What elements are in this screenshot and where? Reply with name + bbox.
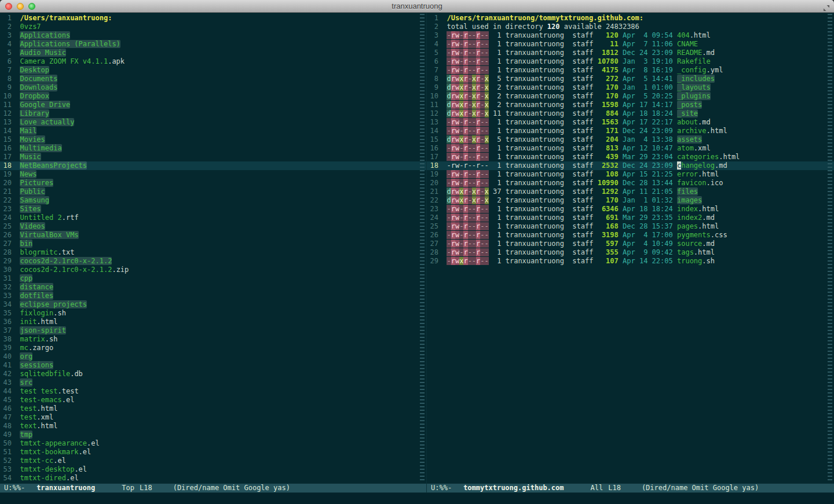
file-name[interactable]: text	[20, 422, 36, 430]
buffer-line[interactable]: 17 Music	[0, 153, 426, 161]
file-name[interactable]: pages	[677, 222, 698, 230]
directory-name[interactable]: files	[677, 187, 698, 196]
directory-name[interactable]: Videos	[20, 222, 45, 230]
scrollbar-left[interactable]	[418, 13, 426, 483]
buffer-line[interactable]: 49 tmp	[0, 431, 426, 439]
file-name[interactable]: categories	[677, 153, 719, 161]
directory-name[interactable]: Mail	[20, 127, 36, 135]
directory-name[interactable]: dotfiles	[20, 292, 53, 300]
directory-name[interactable]: assets	[677, 135, 702, 144]
buffer-line[interactable]: 11 Google Drive	[0, 101, 426, 109]
file-name[interactable]: favicon	[677, 179, 707, 187]
buffer-line[interactable]: 8 drwxr-xr-x 5 tranxuantruong staff 272 …	[427, 75, 834, 83]
buffer-line[interactable]: 43 src	[0, 378, 426, 387]
buffer-line[interactable]: 47 test.xml	[0, 413, 426, 422]
directory-name[interactable]: _posts	[677, 101, 702, 109]
buffer-line[interactable]: 19 -rw-r--r-- 1 tranxuantruong staff 108…	[427, 170, 834, 179]
buffer-line[interactable]: 13 -rw-r--r-- 1 tranxuantruong staff 156…	[427, 118, 834, 127]
buffer-line[interactable]: 4 -rw-r--r-- 1 tranxuantruong staff 11 A…	[427, 40, 834, 49]
directory-name[interactable]: sessions	[20, 361, 53, 369]
buffer-line[interactable]: 16 Multimedia	[0, 144, 426, 153]
directory-name[interactable]: tmp	[20, 431, 32, 439]
modeline-major-modes[interactable]: (Dired/name Omit Google yas)	[642, 484, 759, 492]
file-name[interactable]: test test	[20, 387, 57, 395]
buffer-line[interactable]: 18 NetBeansProjects	[0, 161, 426, 170]
directory-name[interactable]: src	[20, 378, 32, 387]
buffer-line[interactable]: 22 Samsung	[0, 196, 426, 205]
file-name[interactable]: Rakefile	[677, 57, 711, 65]
buffer-line[interactable]: 31 cpp	[0, 274, 426, 283]
buffer-line[interactable]: 38 matrix.sh	[0, 335, 426, 344]
directory-name[interactable]: Sites	[20, 205, 41, 213]
directory-name[interactable]: _plugins	[677, 92, 711, 100]
modeline-buffer-name[interactable]: tommytxtruong.github.com	[463, 484, 564, 492]
close-button[interactable]	[5, 3, 12, 10]
file-name[interactable]: README	[677, 49, 702, 57]
file-name[interactable]: matrix	[20, 335, 45, 343]
directory-name[interactable]: org	[20, 352, 32, 360]
file-name[interactable]: fixlogin	[20, 309, 53, 317]
buffer-line[interactable]: 46 test.html	[0, 404, 426, 413]
buffer-line[interactable]: 42 sqlitedbfile.db	[0, 370, 426, 378]
directory-name[interactable]: Music	[20, 153, 41, 161]
buffer-line[interactable]: 2 0vzs7	[0, 23, 426, 31]
scrollbar-right[interactable]	[826, 13, 834, 483]
buffer-line[interactable]: 6 -rw-r--r-- 1 tranxuantruong staff 1078…	[427, 57, 834, 66]
directory-name[interactable]: cpp	[20, 274, 32, 282]
directory-name[interactable]: distance	[20, 283, 53, 291]
directory-name[interactable]: json-spirit	[20, 326, 65, 334]
buffer-line[interactable]: 33 dotfiles	[0, 292, 426, 300]
buffer-line[interactable]: 54 tmtxt-dired.el	[0, 474, 426, 483]
buffer-line[interactable]: 23 Sites	[0, 205, 426, 214]
zoom-button[interactable]	[28, 3, 35, 10]
directory-name[interactable]: Library	[20, 109, 49, 117]
buffer-line[interactable]: 7 -rw-r--r-- 1 tranxuantruong staff 4175…	[427, 66, 834, 75]
directory-name[interactable]: eclipse projects	[20, 300, 87, 308]
directory-name[interactable]: bin	[20, 240, 32, 248]
buffer-line[interactable]: 21 Public	[0, 187, 426, 196]
buffer-line[interactable]: 52 tmtxt-cc.el	[0, 457, 426, 465]
file-name[interactable]: tags	[677, 248, 694, 256]
file-name[interactable]: error	[677, 170, 698, 178]
dired-buffer-home[interactable]: 1 /Users/tranxuantruong:2 0vzs73 Applica…	[0, 13, 426, 483]
directory-name[interactable]: images	[677, 196, 702, 204]
directory-name[interactable]: Movies	[20, 135, 45, 144]
file-name[interactable]: tmtxt-cc	[20, 457, 53, 465]
buffer-line[interactable]: 9 Downloads	[0, 83, 426, 92]
buffer-line[interactable]: 3 -rw-r--r-- 1 tranxuantruong staff 120 …	[427, 31, 834, 40]
directory-name[interactable]: NetBeansProjects	[20, 161, 87, 170]
directory-name[interactable]: Public	[20, 187, 45, 196]
buffer-line[interactable]: 29 cocos2d-2.1rc0-x-2.1.2	[0, 257, 426, 266]
buffer-line[interactable]: 50 tmtxt-appearance.el	[0, 439, 426, 448]
buffer-line[interactable]: 48 text.html	[0, 422, 426, 431]
buffer-line[interactable]: 26 -rw-r--r-- 1 tranxuantruong staff 319…	[427, 231, 834, 240]
buffer-line[interactable]: 6 Camera ZOOM FX v4.1.1.apk	[0, 57, 426, 66]
file-name[interactable]: tmtxt-desktop	[20, 465, 74, 473]
file-name[interactable]: _config	[677, 66, 707, 74]
directory-name[interactable]: Audio Music	[20, 49, 65, 57]
buffer-line[interactable]: 1 /Users/tranxuantruong:	[0, 14, 426, 23]
buffer-line[interactable]: 20 -rw-r--r-- 1 tranxuantruong staff 109…	[427, 179, 834, 187]
directory-name[interactable]: Google Drive	[20, 101, 70, 109]
buffer-line[interactable]: 32 distance	[0, 283, 426, 292]
directory-name[interactable]: Applications (Parallels)	[20, 40, 120, 48]
buffer-line[interactable]: 34 eclipse projects	[0, 300, 426, 309]
buffer-line[interactable]: 25 -rw-r--r-- 1 tranxuantruong staff 168…	[427, 222, 834, 231]
buffer-line[interactable]: 14 -rw-r--r-- 1 tranxuantruong staff 171…	[427, 127, 834, 135]
file-name[interactable]: tmtxt-appearance	[20, 439, 87, 447]
buffer-line[interactable]: 8 Documents	[0, 75, 426, 83]
file-name[interactable]: atom	[677, 144, 694, 152]
fullscreen-icon[interactable]	[823, 3, 830, 10]
file-name[interactable]: truong	[677, 257, 702, 265]
buffer-line[interactable]: 15 Movies	[0, 135, 426, 144]
file-name[interactable]: about	[677, 118, 698, 126]
buffer-line[interactable]: 23 -rw-r--r-- 1 tranxuantruong staff 634…	[427, 205, 834, 214]
buffer-line[interactable]: 18 -rw-r--r-- 1 tranxuantruong staff 253…	[427, 161, 834, 170]
buffer-line[interactable]: 4 Applications (Parallels)	[0, 40, 426, 49]
buffer-line[interactable]: 2 total used in directory 120 available …	[427, 23, 834, 31]
file-name[interactable]: init	[20, 318, 36, 326]
directory-name[interactable]: Samsung	[20, 196, 49, 204]
buffer-line[interactable]: 40 org	[0, 352, 426, 361]
file-name[interactable]: 404	[677, 31, 690, 39]
buffer-line[interactable]: 19 News	[0, 170, 426, 179]
